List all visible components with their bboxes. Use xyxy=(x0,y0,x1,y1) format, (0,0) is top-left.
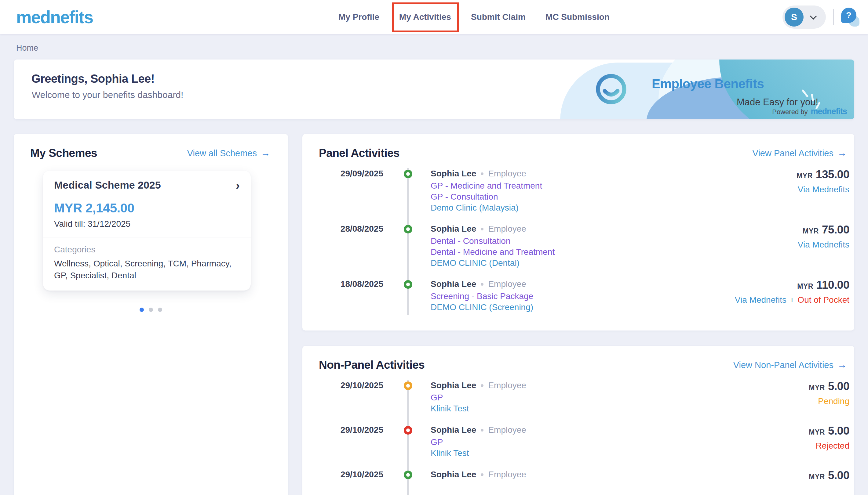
currency-code: MYR xyxy=(809,428,825,437)
clinic-link[interactable]: Klinik Test xyxy=(431,449,718,458)
activity-details: Sophia Lee Employee GPKlinik Test xyxy=(431,380,718,425)
clinic-link[interactable]: Klinik Test xyxy=(431,404,718,413)
user-area: S ? xyxy=(783,0,859,34)
amount-value: 5.00 xyxy=(828,380,849,393)
breadcrumb[interactable]: Home xyxy=(16,43,868,53)
pagination-dot[interactable] xyxy=(158,308,162,312)
greeting-banner: Greetings, Sophia Lee! Welcome to your b… xyxy=(14,59,854,119)
employee-role: Employee xyxy=(488,470,526,479)
activities-column: Panel Activities View Panel Activities →… xyxy=(302,134,854,495)
nav-my-profile[interactable]: My Profile xyxy=(338,12,379,22)
panel-activities-heading: Panel Activities xyxy=(319,146,400,160)
activity-row: 29/09/2025 Sophia Lee Employee GP - Medi… xyxy=(319,168,849,223)
timeline xyxy=(383,380,431,425)
employee-name: Sophia Lee xyxy=(431,169,476,178)
employee-role: Employee xyxy=(488,224,526,234)
amount-value: 110.00 xyxy=(816,279,849,291)
payment-status-line: Via Mednefits xyxy=(798,240,849,250)
status-marker-icon xyxy=(404,471,412,479)
payment-status: Out of Pocket xyxy=(798,295,849,305)
dot-separator-icon xyxy=(481,384,483,387)
help-button[interactable]: ? xyxy=(841,7,859,27)
activity-amount: MYR 5.00 Rejected xyxy=(718,425,849,469)
payment-status-line: Rejected xyxy=(816,441,849,451)
payment-status: Via Mednefits xyxy=(735,295,786,305)
payment-status: Rejected xyxy=(816,441,849,450)
chevron-down-icon xyxy=(810,13,817,20)
pagination-dot[interactable] xyxy=(149,308,153,312)
powered-by-brand: mednefits xyxy=(811,107,847,116)
activity-amount: MYR 135.00 Via Mednefits xyxy=(718,168,849,223)
amount-value: 5.00 xyxy=(828,425,849,437)
payment-status: + xyxy=(789,295,795,305)
main-nav: My Profile My Activities Submit Claim MC… xyxy=(338,0,610,34)
dashboard-columns: My Schemes View all Schemes → Medical Sc… xyxy=(14,134,854,495)
greeting-title: Greetings, Sophia Lee! xyxy=(31,72,558,85)
activity-date: 29/09/2025 xyxy=(319,168,383,223)
scheme-balance: MYR 2,145.00 xyxy=(54,201,240,216)
smiley-icon xyxy=(596,73,627,105)
user-menu-button[interactable]: S xyxy=(783,5,826,29)
status-marker-icon xyxy=(404,280,412,289)
chevron-right-icon: › xyxy=(236,181,240,190)
activity-details: Sophia Lee Employee Dental - Consultatio… xyxy=(431,223,718,279)
mednefits-logo[interactable]: mednefits xyxy=(16,7,93,27)
payment-status: Pending xyxy=(818,396,849,406)
dot-separator-icon xyxy=(481,228,483,231)
dot-separator-icon xyxy=(481,172,483,175)
avatar: S xyxy=(785,7,804,27)
service-name: Dental - Medicine and Treatment xyxy=(431,248,718,256)
currency-code: MYR xyxy=(809,473,825,481)
activity-row: 29/10/2025 Sophia Lee Employee MYR 5.00 xyxy=(319,469,849,495)
nav-submit-claim[interactable]: Submit Claim xyxy=(471,12,525,22)
help-glyph: ? xyxy=(846,10,852,20)
banner-illustration: Employee Benefits Made Easy for you! Pow… xyxy=(558,59,854,119)
nonpanel-activities-heading: Non-Panel Activities xyxy=(319,358,424,372)
activity-row: 29/10/2025 Sophia Lee Employee GPKlinik … xyxy=(319,425,849,469)
timeline xyxy=(383,469,431,495)
activity-amount: MYR 110.00 Via Mednefits+Out of Pocket xyxy=(718,279,849,315)
service-name: GP xyxy=(431,393,718,402)
clinic-link[interactable]: DEMO CLINIC (Screening) xyxy=(431,303,718,312)
arrow-right-icon: → xyxy=(837,148,847,159)
activity-details: Sophia Lee Employee GPKlinik Test xyxy=(431,425,718,469)
amount-value: 135.00 xyxy=(816,168,849,181)
payment-status-line: Via Mednefits+Out of Pocket xyxy=(735,295,849,305)
status-marker-icon xyxy=(404,426,412,434)
timeline xyxy=(383,223,431,279)
dot-separator-icon xyxy=(481,429,483,431)
nav-mc-submission[interactable]: MC Submission xyxy=(546,12,610,22)
activity-details: Sophia Lee Employee Screening - Basic Pa… xyxy=(431,279,718,315)
divider xyxy=(43,237,251,237)
view-panel-activities-label: View Panel Activities xyxy=(753,148,834,158)
panel-activities-card: Panel Activities View Panel Activities →… xyxy=(302,134,854,330)
pagination-dot[interactable] xyxy=(139,308,144,312)
powered-by-label: Powered by xyxy=(772,108,807,116)
clinic-link[interactable]: DEMO CLINIC (Dental) xyxy=(431,258,718,267)
view-panel-activities-link[interactable]: View Panel Activities → xyxy=(753,148,847,159)
currency-code: MYR xyxy=(809,383,825,392)
activity-details: Sophia Lee Employee xyxy=(431,469,718,495)
employee-role: Employee xyxy=(488,380,526,390)
activity-amount: MYR 5.00 xyxy=(718,469,849,495)
employee-role: Employee xyxy=(488,425,526,435)
categories-label: Categories xyxy=(54,245,240,255)
dot-separator-icon xyxy=(481,283,483,286)
arrow-right-icon: → xyxy=(837,359,847,371)
nonpanel-activities-card: Non-Panel Activities View Non-Panel Acti… xyxy=(302,346,854,495)
employee-role: Employee xyxy=(488,169,526,178)
view-nonpanel-activities-link[interactable]: View Non-Panel Activities → xyxy=(733,359,847,371)
activity-row: 28/08/2025 Sophia Lee Employee Dental - … xyxy=(319,223,849,279)
clinic-link[interactable]: Demo Clinic (Malaysia) xyxy=(431,203,718,212)
amount-value: 5.00 xyxy=(828,469,849,482)
nav-my-activities[interactable]: My Activities xyxy=(399,12,451,22)
amount-value: 75.00 xyxy=(822,223,849,236)
activity-amount: MYR 75.00 Via Mednefits xyxy=(718,223,849,279)
activity-row: 18/08/2025 Sophia Lee Employee Screening… xyxy=(319,279,849,315)
question-mark-icon: ? xyxy=(841,7,856,23)
scheme-card[interactable]: Medical Scheme 2025 › MYR 2,145.00 Valid… xyxy=(43,171,251,291)
timeline xyxy=(383,279,431,315)
view-all-schemes-link[interactable]: View all Schemes → xyxy=(187,148,270,159)
arrow-right-icon: → xyxy=(261,148,270,159)
activity-details: Sophia Lee Employee GP - Medicine and Tr… xyxy=(431,168,718,223)
